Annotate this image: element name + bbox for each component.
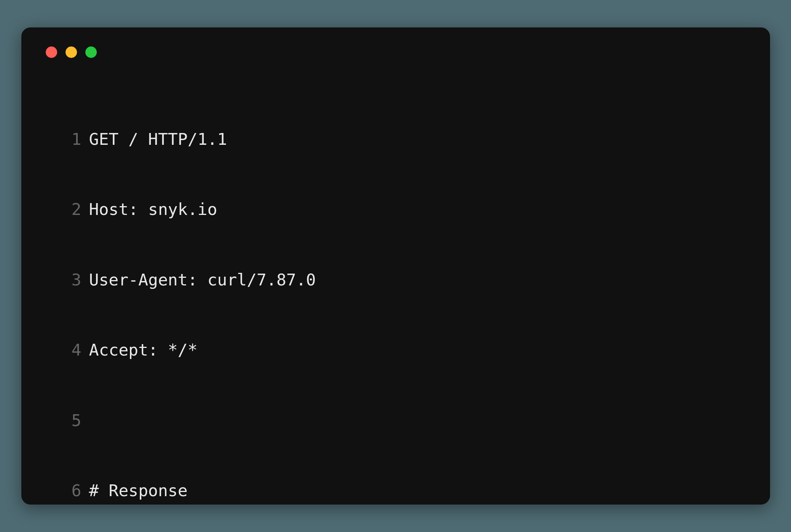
line-number: 6 [44, 479, 89, 502]
terminal-window: 1GET / HTTP/1.1 2Host: snyk.io 3User-Age… [21, 27, 770, 505]
line-number: 4 [44, 338, 89, 362]
window-controls [46, 46, 747, 58]
code-block: 1GET / HTTP/1.1 2Host: snyk.io 3User-Age… [44, 81, 747, 505]
line-number: 1 [44, 128, 89, 151]
code-line: 2Host: snyk.io [44, 198, 747, 221]
code-line: 5 [44, 409, 747, 432]
line-number: 3 [44, 268, 89, 292]
close-icon[interactable] [46, 46, 57, 58]
code-line: 3User-Agent: curl/7.87.0 [44, 268, 747, 292]
maximize-icon[interactable] [85, 46, 97, 58]
line-content: # Response [89, 479, 188, 502]
line-content: Host: snyk.io [89, 198, 218, 221]
line-content: GET / HTTP/1.1 [89, 128, 227, 151]
line-number: 5 [44, 409, 89, 432]
line-number: 2 [44, 198, 89, 221]
minimize-icon[interactable] [66, 46, 77, 58]
code-line: 6# Response [44, 479, 747, 502]
code-line: 4Accept: */* [44, 338, 747, 362]
line-content: User-Agent: curl/7.87.0 [89, 268, 316, 292]
code-line: 1GET / HTTP/1.1 [44, 128, 747, 151]
line-content: Accept: */* [89, 338, 198, 362]
